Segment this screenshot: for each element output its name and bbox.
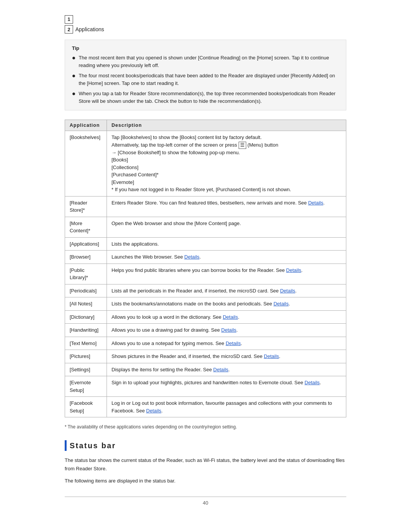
tip-text-2: The four most recent books/periodicals t… xyxy=(79,72,339,87)
app-dictionary: [Dictionary] xyxy=(65,310,107,324)
tip-item-2: ● The four most recent books/periodicals… xyxy=(72,72,339,87)
tip-text-1: The most recent item that you opened is … xyxy=(79,54,339,69)
table-row: [Bookshelves] Tap [Bookshelves] to show … xyxy=(65,131,346,197)
header-section: 1 2 Applications xyxy=(65,15,346,34)
arrow-right: → xyxy=(112,150,116,155)
desc-facebook-setup: Log in or Log out to post book informati… xyxy=(107,397,346,417)
app-facebook-setup: [FacebookSetup] xyxy=(65,397,107,417)
link-details-public-library[interactable]: Details xyxy=(286,267,301,273)
app-settings: [Settings] xyxy=(65,363,107,376)
desc-evernote-setup: Sign in to upload your highlights, pictu… xyxy=(107,376,346,397)
app-pictures: [Pictures] xyxy=(65,350,107,363)
tip-item-1: ● The most recent item that you opened i… xyxy=(72,54,339,69)
menu-icon: ☰ xyxy=(239,142,246,149)
table-row: [MoreContent]* Open the Web browser and … xyxy=(65,217,346,237)
link-details-evernote-setup[interactable]: Details xyxy=(304,380,320,385)
app-reader-store: [ReaderStore]* xyxy=(65,196,107,217)
app-more-content: [MoreContent]* xyxy=(65,217,107,237)
tip-bullet-3: ● xyxy=(72,90,76,98)
desc-all-notes: Lists the bookmarks/annotations made on … xyxy=(107,297,346,311)
status-bar-section-title-row: Status bar xyxy=(65,440,346,451)
desc-reader-store: Enters Reader Store. You can find featur… xyxy=(107,196,346,217)
desc-handwriting: Allows you to use a drawing pad for draw… xyxy=(107,324,346,337)
desc-dictionary: Allows you to look up a word in the dict… xyxy=(107,310,346,324)
table-row: [All Notes] Lists the bookmarks/annotati… xyxy=(65,297,346,311)
table-row: [Handwriting] Allows you to use a drawin… xyxy=(65,324,346,337)
app-all-notes: [All Notes] xyxy=(65,297,107,311)
app-periodicals: [Periodicals] xyxy=(65,284,107,297)
table-row: [Dictionary] Allows you to look up a wor… xyxy=(65,310,346,324)
link-details-text-memo[interactable]: Details xyxy=(226,340,241,346)
link-details-browser[interactable]: Details xyxy=(184,254,199,260)
tip-bullet-2: ● xyxy=(72,72,76,80)
tip-item-3: ● When you tap a tab for Reader Store re… xyxy=(72,90,339,105)
table-row: [FacebookSetup] Log in or Log out to pos… xyxy=(65,397,346,417)
applications-label: Applications xyxy=(75,26,104,32)
desc-bookshelves: Tap [Bookshelves] to show the [Books] co… xyxy=(107,131,346,197)
link-details-reader-store[interactable]: Details xyxy=(308,200,323,206)
tip-title: Tip xyxy=(72,45,339,51)
desc-text-memo: Allows you to use a notepad for typing m… xyxy=(107,337,346,350)
app-bookshelves: [Bookshelves] xyxy=(65,131,107,197)
tip-list: ● The most recent item that you opened i… xyxy=(72,54,339,105)
page-footer: 40 xyxy=(65,497,346,506)
link-details-pictures[interactable]: Details xyxy=(264,353,279,359)
app-browser: [Browser] xyxy=(65,251,107,264)
desc-browser: Launches the Web browser. See Details. xyxy=(107,251,346,264)
app-table: Application Description [Bookshelves] Ta… xyxy=(65,120,346,417)
link-details-periodicals[interactable]: Details xyxy=(280,288,295,294)
table-row: [Periodicals] Lists all the periodicals … xyxy=(65,284,346,297)
table-row: [Browser] Launches the Web browser. See … xyxy=(65,251,346,264)
desc-settings: Displays the items for setting the Reade… xyxy=(107,363,346,376)
desc-pictures: Shows pictures in the Reader and, if ins… xyxy=(107,350,346,363)
link-details-dictionary[interactable]: Details xyxy=(223,314,238,320)
desc-more-content: Open the Web browser and show the [More … xyxy=(107,217,346,237)
table-row: [Pictures] Shows pictures in the Reader … xyxy=(65,350,346,363)
col-description-header: Description xyxy=(107,120,346,131)
table-row: [Settings] Displays the items for settin… xyxy=(65,363,346,376)
app-public-library: [PublicLibrary]* xyxy=(65,264,107,284)
desc-periodicals: Lists all the periodicals in the Reader … xyxy=(107,284,346,297)
page-number: 40 xyxy=(203,500,208,506)
status-bar-title: Status bar xyxy=(70,441,116,450)
num-box-2: 2 xyxy=(65,25,73,34)
tip-box: Tip ● The most recent item that you open… xyxy=(65,40,346,110)
app-text-memo: [Text Memo] xyxy=(65,337,107,350)
table-row: [Text Memo] Allows you to use a notepad … xyxy=(65,337,346,350)
link-details-all-notes[interactable]: Details xyxy=(274,301,289,307)
link-details-settings[interactable]: Details xyxy=(213,367,228,372)
table-header-row: Application Description xyxy=(65,120,346,131)
status-bar-body-2: The following items are displayed in the… xyxy=(65,477,346,485)
app-applications: [Applications] xyxy=(65,237,107,251)
tip-bullet-1: ● xyxy=(72,54,76,62)
footnote: * The availability of these applications… xyxy=(65,424,346,430)
num-row: 2 Applications xyxy=(65,25,346,34)
page-container: 1 2 Applications Tip ● The most recent i… xyxy=(42,0,369,521)
status-bar-body-1: The status bar shows the current status … xyxy=(65,456,346,473)
desc-public-library: Helps you find public libraries where yo… xyxy=(107,264,346,284)
app-evernote-setup: [EvernoteSetup] xyxy=(65,376,107,397)
col-application-header: Application xyxy=(65,120,107,131)
link-details-facebook-setup[interactable]: Details xyxy=(146,408,161,414)
link-details-handwriting[interactable]: Details xyxy=(221,327,236,333)
table-row: [EvernoteSetup] Sign in to upload your h… xyxy=(65,376,346,397)
desc-applications: Lists the applications. xyxy=(107,237,346,251)
table-row: [ReaderStore]* Enters Reader Store. You … xyxy=(65,196,346,217)
num-box-1: 1 xyxy=(65,15,73,24)
tip-text-3: When you tap a tab for Reader Store reco… xyxy=(79,90,339,105)
app-handwriting: [Handwriting] xyxy=(65,324,107,337)
table-row: [Applications] Lists the applications. xyxy=(65,237,346,251)
table-row: [PublicLibrary]* Helps you find public l… xyxy=(65,264,346,284)
section-bar-icon xyxy=(65,440,67,451)
